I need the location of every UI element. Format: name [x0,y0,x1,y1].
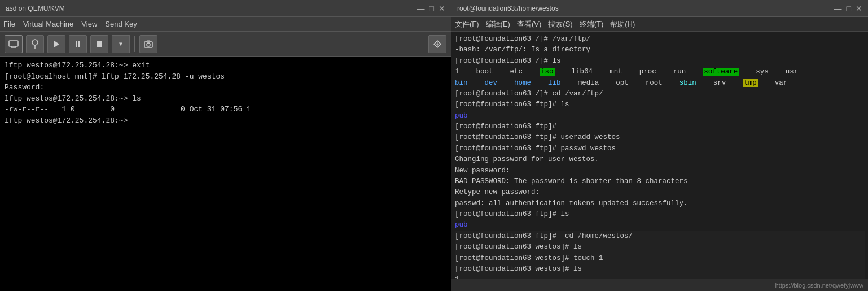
left-line-5: -rw-r--r-- 1 0 0 0 Oct 31 07:56 1 [5,104,446,115]
right-minimize-btn[interactable]: — [834,4,842,13]
rt-line-18: [root@foundation63 westos]# ls [455,264,865,275]
left-window-title: asd on QEMU/KVM [6,5,65,12]
status-url: https://blog.csdn.net/qwefyjwww [775,282,863,289]
menu-virtual-machine[interactable]: Virtual Machine [23,20,73,28]
rt-pub1: pub [455,111,865,121]
right-maximize-btn[interactable]: □ [847,4,851,13]
rt-ls1: 1 boot etc iso lib64 mnt proc run softwa… [455,67,865,77]
right-window-controls: — □ ✕ [834,4,862,13]
rt-line-1: [root@foundation63 /]# /var/ftp/ [455,34,865,45]
rt-line-17: [root@foundation63 westos]# touch 1 [455,253,865,264]
menu-send-key[interactable]: Send Key [105,20,137,28]
right-titlebar: root@foundation63:/home/westos — □ ✕ [451,0,868,17]
toolbar-resize-btn[interactable] [428,35,446,53]
rt-line-10: New password: [455,166,865,176]
toolbar-dropdown-btn[interactable]: ▼ [112,35,130,53]
toolbar-monitor-btn[interactable] [5,35,23,53]
right-menu-search[interactable]: 搜索(S) [548,19,572,29]
right-window-title: root@foundation63:/home/westos [457,5,559,12]
rt-line-16: [root@foundation63 westos]# ls [455,242,865,253]
rt-line-14: [root@foundation63 ftp]# ls [455,209,865,220]
right-terminal[interactable]: [root@foundation63 /]# /var/ftp/ -bash: … [451,32,868,279]
left-line-2: [root@localhost mnt]# lftp 172.25.254.28… [5,71,446,82]
menu-file[interactable]: File [3,20,15,28]
rt-line-13: passwd: all authentication tokens update… [455,198,865,209]
right-menu-bar: 文件(F) 编辑(E) 查看(V) 搜索(S) 终端(T) 帮助(H) [451,17,868,32]
svg-rect-0 [9,41,18,46]
rt-ls2: bin dev home lib media opt root sbin srv… [455,78,865,89]
rt-line-9: Changing password for user westos. [455,154,865,165]
left-line-1: lftp westos@172.25.254.28:~> exit [5,60,446,71]
rt-line-4: [root@foundation63 /]# cd /var/ftp/ [455,89,865,99]
rt-line-6: [root@foundation63 ftp]# [455,121,865,132]
rt-line-12: Retype new password: [455,187,865,198]
menu-view[interactable]: View [81,20,97,28]
svg-point-13 [147,43,150,46]
rt-line-7: [root@foundation63 ftp]# useradd westos [455,132,865,143]
rt-line-8: [root@foundation63 ftp]# passwd westos [455,144,865,154]
toolbar-stop-btn[interactable] [90,35,108,53]
right-window: root@foundation63:/home/westos — □ ✕ 文件(… [451,0,868,291]
left-window-controls: — □ ✕ [417,4,445,13]
toolbar-bulb-btn[interactable] [26,35,44,53]
left-window: asd on QEMU/KVM — □ ✕ File Virtual Machi… [0,0,451,291]
svg-rect-9 [76,41,77,47]
left-menu-bar: File Virtual Machine View Send Key [0,17,451,32]
right-menu-terminal[interactable]: 终端(T) [580,19,604,29]
right-close-btn[interactable]: ✕ [856,4,862,13]
toolbar-sep1 [134,36,135,52]
left-line-6: lftp westos@172.25.254.28:~> [5,115,446,127]
left-line-4: lftp westos@172.25.254.28:~> ls [5,93,446,105]
left-terminal[interactable]: lftp westos@172.25.254.28:~> exit [root@… [0,57,451,291]
rt-line-2: -bash: /var/ftp/: Is a directory [455,45,865,55]
toolbar-pause-btn[interactable] [69,35,87,53]
left-minimize-btn[interactable]: — [417,4,425,13]
left-maximize-btn[interactable]: □ [429,4,434,13]
svg-marker-8 [54,41,59,47]
right-menu-file[interactable]: 文件(F) [455,19,479,29]
rt-line-15: [root@foundation63 ftp]# cd /home/westos… [455,231,865,242]
toolbar-snapshot-btn[interactable] [139,35,157,53]
svg-point-4 [32,40,38,45]
right-menu-view[interactable]: 查看(V) [517,19,541,29]
svg-rect-11 [97,41,102,47]
rt-pub2: pub [455,220,865,231]
right-menu-help[interactable]: 帮助(H) [610,19,635,29]
left-toolbar: ▼ [0,32,451,57]
left-close-btn[interactable]: ✕ [439,4,445,13]
svg-rect-10 [78,41,80,47]
rt-line-11: BAD PASSWORD: The password is shorter th… [455,176,865,187]
left-titlebar: asd on QEMU/KVM — □ ✕ [0,0,451,17]
rt-line-5: [root@foundation63 ftp]# ls [455,99,865,110]
status-bar: https://blog.csdn.net/qwefyjwww [451,279,868,291]
left-line-3: Password: [5,82,446,93]
right-menu-edit[interactable]: 编辑(E) [486,19,510,29]
rt-line-3: [root@foundation63 /]# ls [455,56,865,67]
toolbar-play-btn[interactable] [47,35,65,53]
rt-line-19: 1 [455,275,865,279]
